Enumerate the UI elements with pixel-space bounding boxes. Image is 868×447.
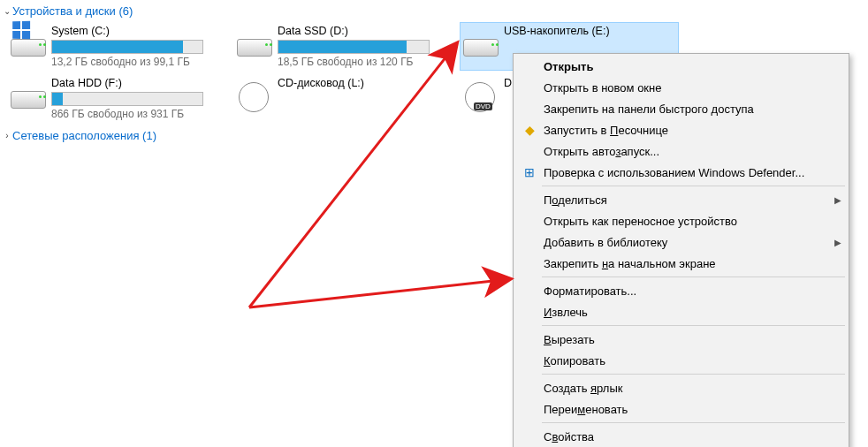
svg-line-1 xyxy=(249,279,509,307)
drive-title: System (C:) xyxy=(51,25,226,39)
menu-item[interactable]: Извлечь xyxy=(515,301,847,322)
chevron-right-icon: › xyxy=(2,131,12,140)
menu-item-label: Открыть xyxy=(544,60,593,73)
menu-item[interactable]: Открыть xyxy=(515,56,847,77)
drive-title: Data SSD (D:) xyxy=(278,25,453,39)
menu-item-label: Открыть в новом окне xyxy=(544,81,661,95)
menu-separator xyxy=(542,325,845,326)
context-menu: ОткрытьОткрыть в новом окнеЗакрепить на … xyxy=(513,53,849,447)
section-header-drives[interactable]: ⌄ Устройства и диски (6) xyxy=(0,0,868,20)
capacity-bar xyxy=(278,40,430,54)
menu-item-label: Проверка с использованием Windows Defend… xyxy=(544,166,804,179)
menu-item-label: Свойства xyxy=(544,430,594,443)
drive-item[interactable]: Data SSD (D:)18,5 ГБ свободно из 120 ГБ xyxy=(233,22,453,71)
menu-separator xyxy=(542,422,845,423)
dvd-drive-icon: DVD xyxy=(463,82,499,109)
submenu-arrow-icon: ▶ xyxy=(834,195,841,205)
menu-item[interactable]: Открыть автозапуск... xyxy=(515,140,847,162)
drive-title: Data HDD (F:) xyxy=(51,77,226,91)
drive-title: CD-дисковод (L:) xyxy=(278,77,453,91)
menu-item[interactable]: Копировать xyxy=(515,350,847,371)
hard-drive-icon xyxy=(11,82,46,109)
hard-drive-icon xyxy=(11,30,46,57)
hard-drive-icon xyxy=(463,30,499,57)
menu-item-label: Поделиться xyxy=(544,193,607,207)
menu-item-label: Добавить в библиотеку xyxy=(544,236,667,249)
submenu-arrow-icon: ▶ xyxy=(834,238,841,247)
menu-item[interactable]: Открыть как переносное устройство xyxy=(515,210,847,231)
menu-item[interactable]: Свойства xyxy=(515,426,847,447)
menu-item[interactable]: Добавить в библиотеку▶ xyxy=(515,231,847,253)
menu-item-label: Извлечь xyxy=(544,306,588,319)
menu-item-label: Вырезать xyxy=(544,333,595,346)
menu-item[interactable]: Вырезать xyxy=(515,329,847,350)
drive-item[interactable]: System (C:)13,2 ГБ свободно из 99,1 ГБ xyxy=(7,22,226,71)
chevron-down-icon: ⌄ xyxy=(2,6,12,16)
hard-drive-icon xyxy=(237,30,272,57)
menu-item[interactable]: ⊞Проверка с использованием Windows Defen… xyxy=(515,162,847,183)
menu-item-label: Запустить в Песочнице xyxy=(544,124,668,137)
menu-item-label: Открыть как переносное устройство xyxy=(544,215,737,228)
menu-item-label: Закрепить на панели быстрого доступа xyxy=(544,102,754,116)
menu-item[interactable]: Закрепить на панели быстрого доступа xyxy=(515,98,847,119)
menu-separator xyxy=(542,374,845,375)
defender-icon: ⊞ xyxy=(521,165,538,179)
drive-subtitle: 866 ГБ свободно из 931 ГБ xyxy=(51,108,226,120)
menu-item-label: Копировать xyxy=(544,354,605,367)
drive-subtitle: 13,2 ГБ свободно из 99,1 ГБ xyxy=(51,56,226,68)
menu-item[interactable]: Закрепить на начальном экране xyxy=(515,253,847,274)
menu-item[interactable]: Создать ярлык xyxy=(515,377,847,398)
drive-item[interactable]: CD-дисковод (L:) xyxy=(233,74,453,123)
drive-subtitle: 18,5 ГБ свободно из 120 ГБ xyxy=(278,56,453,68)
menu-item[interactable]: Переименовать xyxy=(515,398,847,420)
menu-item[interactable]: Форматировать... xyxy=(515,280,847,301)
capacity-bar xyxy=(51,92,203,106)
menu-item-label: Переименовать xyxy=(544,403,628,416)
menu-item[interactable]: Открыть в новом окне xyxy=(515,77,847,98)
dvd-drive-icon xyxy=(237,82,272,109)
menu-item-label: Открыть автозапуск... xyxy=(544,145,659,158)
menu-item[interactable]: Поделиться▶ xyxy=(515,189,847,210)
menu-separator xyxy=(542,186,845,186)
section-title: Сетевые расположения (1) xyxy=(12,129,156,142)
drive-title: USB-накопитель (E:) xyxy=(504,25,678,39)
menu-item-label: Закрепить на начальном экране xyxy=(544,257,716,270)
capacity-bar xyxy=(51,40,203,54)
menu-item-label: Создать ярлык xyxy=(544,382,622,395)
menu-item[interactable]: ◆Запустить в Песочнице xyxy=(515,119,847,140)
drive-item[interactable]: Data HDD (F:)866 ГБ свободно из 931 ГБ xyxy=(7,74,226,123)
sandbox-icon: ◆ xyxy=(521,123,538,137)
menu-item-label: Форматировать... xyxy=(544,284,636,298)
menu-separator xyxy=(542,277,845,277)
section-title: Устройства и диски (6) xyxy=(12,4,133,18)
